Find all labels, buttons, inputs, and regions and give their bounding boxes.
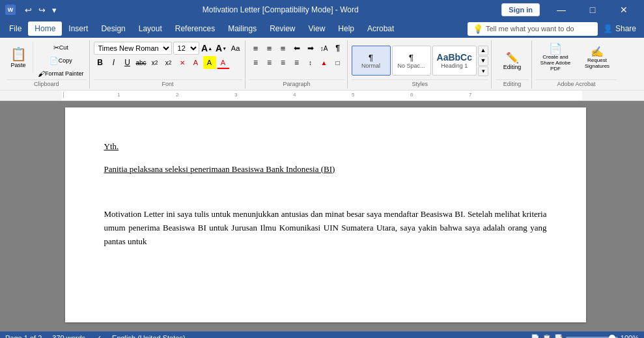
qat-dropdown[interactable]: ▾ xyxy=(49,4,59,16)
style-no-spacing[interactable]: ¶ No Spac... xyxy=(392,46,431,76)
justify-button[interactable]: ≡ xyxy=(290,56,303,69)
right-sidebar xyxy=(605,101,644,331)
menu-review[interactable]: Review xyxy=(263,21,301,36)
undo-button[interactable]: ↩ xyxy=(22,4,35,16)
page-container: Yth. Panitia pelaksana seleksi penerimaa… xyxy=(46,101,605,331)
signin-button[interactable]: Sign in xyxy=(501,3,540,16)
view-print-layout[interactable]: 📄 xyxy=(531,334,540,339)
ruler-mark-3: 3 xyxy=(234,92,237,98)
title-bar-right: Sign in — □ ✕ xyxy=(501,0,639,20)
menu-help[interactable]: Help xyxy=(331,21,361,36)
ruler: │ 1 2 3 4 5 6 7 xyxy=(0,91,644,101)
view-read-mode[interactable]: 📋 xyxy=(542,334,552,339)
view-web-layout[interactable]: 📑 xyxy=(554,334,563,339)
change-case-button[interactable]: Aa xyxy=(229,42,242,55)
ruler-mark-2: 2 xyxy=(176,92,178,98)
numbering-button[interactable]: ≡ xyxy=(263,42,276,55)
clear-format-button[interactable]: ✕ xyxy=(176,56,189,69)
text-effects-button[interactable]: A xyxy=(189,56,203,69)
styles-expand[interactable]: ▾ xyxy=(478,66,488,76)
styles-scroll-up[interactable]: ▲ xyxy=(478,46,488,55)
close-button[interactable]: ✕ xyxy=(609,0,639,20)
adobe-pdf-icon: 📄 xyxy=(549,42,562,55)
maximize-button[interactable]: □ xyxy=(578,0,608,20)
menu-layout[interactable]: Layout xyxy=(132,21,169,36)
styles-group: ¶ Normal ¶ No Spac... AaBbCc Heading 1 ▲… xyxy=(349,40,492,89)
ruler-page-area xyxy=(62,91,582,100)
style-nospacing-preview: ¶ xyxy=(409,53,413,63)
clipboard-group: 📋 Paste ✂ Cut 📄 Copy 🖌 Format Painter Cl… xyxy=(4,40,90,89)
create-pdf-label: Create and Share Adobe PDF xyxy=(540,55,571,72)
align-left-button[interactable]: ≡ xyxy=(249,56,262,69)
adobe-group: 📄 Create and Share Adobe PDF ✍️ Request … xyxy=(533,40,619,89)
paste-label: Paste xyxy=(10,62,25,68)
style-nospacing-label: No Spac... xyxy=(398,63,425,69)
share-icon: 👤 xyxy=(603,24,613,33)
request-signatures-button[interactable]: ✍️ Request Signatures xyxy=(578,42,617,73)
ruler-mark-0: │ xyxy=(62,92,65,98)
grow-font-button[interactable]: A▲ xyxy=(201,42,214,55)
sort-button[interactable]: ↕A xyxy=(318,42,331,55)
line-spacing-button[interactable]: ↕ xyxy=(304,56,317,69)
style-heading1-label: Heading 1 xyxy=(441,63,468,69)
share-button[interactable]: 👤 Share xyxy=(598,24,641,33)
cut-button[interactable]: ✂ Cut xyxy=(35,42,87,53)
menu-acrobat[interactable]: Acrobat xyxy=(361,21,400,36)
align-right-button[interactable]: ≡ xyxy=(277,56,290,69)
menu-file[interactable]: File xyxy=(3,21,28,36)
decrease-indent-button[interactable]: ⬅ xyxy=(290,42,303,55)
style-heading1[interactable]: AaBbCc Heading 1 xyxy=(432,46,477,76)
borders-button[interactable]: □ xyxy=(331,56,344,69)
paste-button[interactable]: 📋 Paste xyxy=(7,42,30,73)
italic-button[interactable]: I xyxy=(107,56,120,69)
editing-button[interactable]: ✏️ Editing xyxy=(499,45,525,76)
highlight-button[interactable]: A xyxy=(203,56,216,69)
language[interactable]: English (United States) xyxy=(112,334,186,338)
word-count: 370 words xyxy=(52,334,85,338)
copy-button[interactable]: 📄 Copy xyxy=(35,55,87,66)
font-name-select[interactable]: Times New Roman xyxy=(94,42,172,55)
document-page[interactable]: Yth. Panitia pelaksana seleksi penerimaa… xyxy=(65,107,586,322)
menu-view[interactable]: View xyxy=(302,21,332,36)
style-normal-label: Normal xyxy=(361,63,380,69)
tell-me-area[interactable]: 💡 Tell me what you want to do xyxy=(468,22,598,36)
align-center-button[interactable]: ≡ xyxy=(263,56,276,69)
menu-mailings[interactable]: Mailings xyxy=(221,21,263,36)
format-painter-button[interactable]: 🖌 Format Painter xyxy=(35,68,87,79)
menu-bar: File Home Insert Design Layout Reference… xyxy=(0,20,644,38)
bullets-button[interactable]: ≡ xyxy=(249,42,262,55)
show-hide-button[interactable]: ¶ xyxy=(331,42,344,55)
underline-button[interactable]: U xyxy=(121,56,134,69)
style-normal[interactable]: ¶ Normal xyxy=(352,46,391,76)
menu-home[interactable]: Home xyxy=(28,21,62,36)
zoom-level[interactable]: 100% xyxy=(621,334,639,338)
shrink-font-button[interactable]: A▼ xyxy=(215,42,228,55)
outline-button[interactable]: ≡ xyxy=(277,42,290,55)
increase-indent-button[interactable]: ➡ xyxy=(304,42,317,55)
editing-body: ✏️ Editing xyxy=(496,42,529,79)
create-pdf-button[interactable]: 📄 Create and Share Adobe PDF xyxy=(536,42,575,73)
menu-design[interactable]: Design xyxy=(94,21,132,36)
bold-button[interactable]: B xyxy=(94,56,107,69)
superscript-button[interactable]: x2 xyxy=(162,56,175,69)
redo-button[interactable]: ↪ xyxy=(36,4,48,16)
font-group: Times New Roman 12 A▲ A▼ Aa B I U abc x2… xyxy=(91,40,245,89)
shading-button[interactable]: ▲ xyxy=(318,56,331,69)
minimize-button[interactable]: — xyxy=(546,0,576,20)
subscript-button[interactable]: x2 xyxy=(148,56,161,69)
para-yth: Yth. xyxy=(104,140,547,154)
font-label: Font xyxy=(94,79,242,87)
menu-references[interactable]: References xyxy=(169,21,221,36)
status-bar: Page 1 of 2 370 words ✓ English (United … xyxy=(0,331,644,338)
font-size-select[interactable]: 12 xyxy=(173,42,199,55)
font-color-button[interactable]: A xyxy=(217,56,230,69)
menu-insert[interactable]: Insert xyxy=(62,21,94,36)
request-signatures-label: Request Signatures xyxy=(581,58,613,70)
strikethrough-button[interactable]: abc xyxy=(135,56,148,69)
styles-scroll-down[interactable]: ▼ xyxy=(478,56,488,66)
style-heading1-preview: AaBbCc xyxy=(437,52,472,63)
proofing-icon[interactable]: ✓ xyxy=(96,334,102,339)
ruler-content: │ 1 2 3 4 5 6 7 xyxy=(0,91,644,100)
page-info: Page 1 of 2 xyxy=(5,334,42,338)
window-title: Motivation Letter [Compatibility Mode] -… xyxy=(59,5,501,14)
